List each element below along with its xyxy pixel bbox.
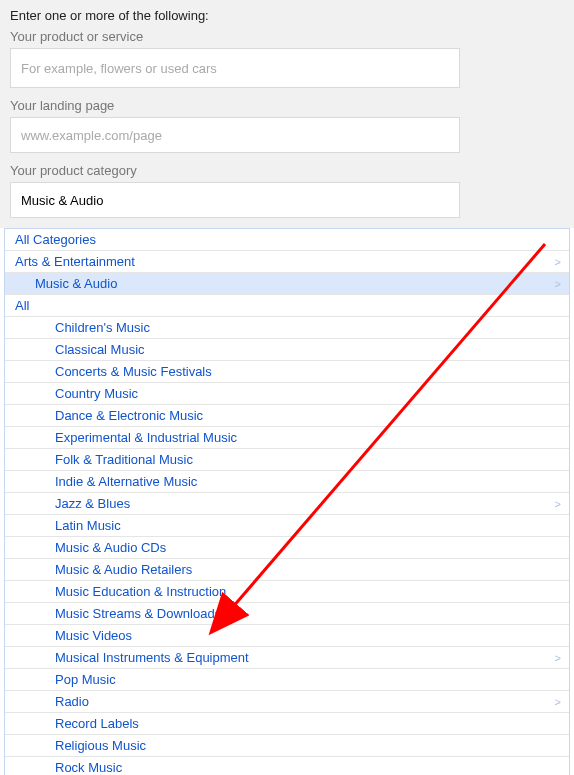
category-option[interactable]: Jazz & Blues> <box>5 493 569 515</box>
category-option-label: Religious Music <box>55 735 146 757</box>
category-option[interactable]: Rock Music <box>5 757 569 775</box>
chevron-right-icon: > <box>555 691 561 713</box>
category-option[interactable]: Children's Music <box>5 317 569 339</box>
category-option[interactable]: All <box>5 295 569 317</box>
category-option[interactable]: Music & Audio CDs <box>5 537 569 559</box>
category-option[interactable]: Folk & Traditional Music <box>5 449 569 471</box>
category-option-label: Music & Audio Retailers <box>55 559 192 581</box>
chevron-right-icon: > <box>555 273 561 295</box>
category-option-label: Musical Instruments & Equipment <box>55 647 249 669</box>
category-option[interactable]: Music & Audio> <box>5 273 569 295</box>
category-option[interactable]: Music & Audio Retailers <box>5 559 569 581</box>
category-option[interactable]: Music Videos <box>5 625 569 647</box>
product-label: Your product or service <box>10 29 564 44</box>
category-option[interactable]: Indie & Alternative Music <box>5 471 569 493</box>
category-option-label: Jazz & Blues <box>55 493 130 515</box>
category-option-label: Pop Music <box>55 669 116 691</box>
category-option-label: Indie & Alternative Music <box>55 471 197 493</box>
category-option-label: Concerts & Music Festivals <box>55 361 212 383</box>
category-option-label: Rock Music <box>55 757 122 775</box>
category-option-label: Music & Audio <box>35 273 117 295</box>
category-dropdown[interactable]: All CategoriesArts & Entertainment>Music… <box>4 228 570 775</box>
category-option-label: Dance & Electronic Music <box>55 405 203 427</box>
category-option-label: All Categories <box>15 229 96 251</box>
category-option-label: Music Streams & Downloads <box>55 603 221 625</box>
category-option-label: All <box>15 295 29 317</box>
category-option[interactable]: Religious Music <box>5 735 569 757</box>
category-option-label: Music Education & Instruction <box>55 581 226 603</box>
category-option[interactable]: All Categories <box>5 229 569 251</box>
category-option[interactable]: Country Music <box>5 383 569 405</box>
category-option-label: Experimental & Industrial Music <box>55 427 237 449</box>
category-option-label: Music Videos <box>55 625 132 647</box>
chevron-right-icon: > <box>555 251 561 273</box>
category-option[interactable]: Record Labels <box>5 713 569 735</box>
landing-page-input[interactable] <box>10 117 460 153</box>
category-option[interactable]: Experimental & Industrial Music <box>5 427 569 449</box>
category-option-label: Latin Music <box>55 515 121 537</box>
category-input[interactable] <box>10 182 460 218</box>
category-option-label: Folk & Traditional Music <box>55 449 193 471</box>
category-option[interactable]: Musical Instruments & Equipment> <box>5 647 569 669</box>
chevron-right-icon: > <box>555 647 561 669</box>
landing-label: Your landing page <box>10 98 564 113</box>
category-option[interactable]: Concerts & Music Festivals <box>5 361 569 383</box>
category-option-label: Arts & Entertainment <box>15 251 135 273</box>
chevron-right-icon: > <box>555 493 561 515</box>
product-input[interactable] <box>10 48 460 88</box>
category-option[interactable]: Music Streams & Downloads <box>5 603 569 625</box>
category-option[interactable]: Pop Music <box>5 669 569 691</box>
category-option-label: Classical Music <box>55 339 145 361</box>
category-label: Your product category <box>10 163 564 178</box>
category-option[interactable]: Music Education & Instruction <box>5 581 569 603</box>
category-option[interactable]: Arts & Entertainment> <box>5 251 569 273</box>
category-option-label: Record Labels <box>55 713 139 735</box>
category-option[interactable]: Latin Music <box>5 515 569 537</box>
form-title: Enter one or more of the following: <box>10 8 564 23</box>
category-option[interactable]: Classical Music <box>5 339 569 361</box>
category-option-label: Radio <box>55 691 89 713</box>
form-panel: Enter one or more of the following: Your… <box>0 0 574 228</box>
category-option-label: Children's Music <box>55 317 150 339</box>
category-option-label: Music & Audio CDs <box>55 537 166 559</box>
category-option[interactable]: Radio> <box>5 691 569 713</box>
category-option[interactable]: Dance & Electronic Music <box>5 405 569 427</box>
category-option-label: Country Music <box>55 383 138 405</box>
